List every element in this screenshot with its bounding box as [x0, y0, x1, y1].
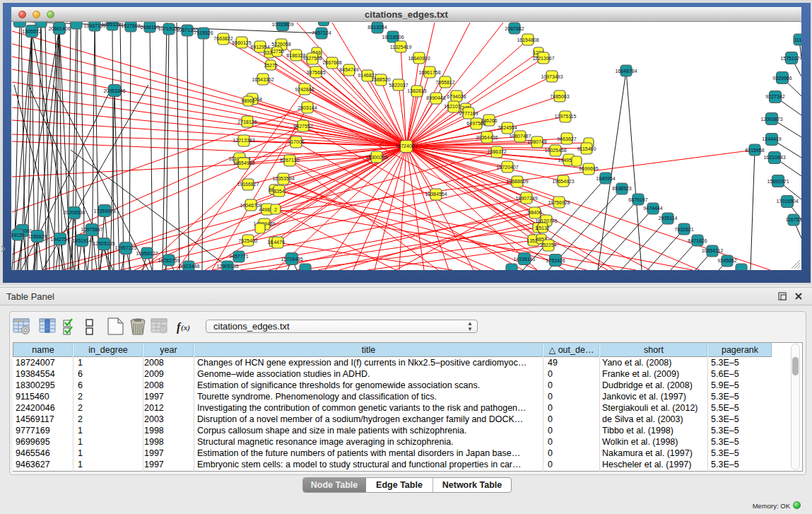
svg-text:3824554: 3824554: [498, 125, 517, 130]
svg-text:7857224: 7857224: [312, 30, 331, 35]
svg-text:8660125: 8660125: [232, 40, 251, 45]
svg-text:18724007: 18724007: [395, 144, 417, 148]
svg-text:10973493: 10973493: [541, 74, 563, 79]
svg-text:98961: 98961: [241, 98, 255, 103]
svg-text:9115460: 9115460: [577, 146, 596, 151]
svg-text:7632621: 7632621: [674, 227, 693, 232]
svg-text:16210643: 16210643: [763, 155, 785, 160]
svg-text:9242848: 9242848: [295, 87, 314, 92]
svg-text:19756928: 19756928: [548, 200, 570, 205]
svg-text:1244419: 1244419: [762, 136, 781, 141]
svg-text:1640954: 1640954: [596, 176, 615, 181]
svg-text:1527602: 1527602: [121, 23, 140, 28]
svg-text:2935114: 2935114: [659, 216, 678, 221]
svg-text:16648784: 16648784: [615, 69, 637, 74]
svg-text:15751074: 15751074: [780, 56, 801, 61]
svg-text:16543362: 16543362: [252, 77, 273, 82]
svg-text:19384554: 19384554: [425, 192, 447, 197]
svg-text:8938923: 8938923: [612, 186, 631, 191]
svg-text:98406: 98406: [528, 210, 542, 215]
svg-text:9457771: 9457771: [229, 254, 248, 259]
svg-text:14479: 14479: [271, 240, 285, 245]
svg-text:14136141: 14136141: [513, 257, 535, 262]
svg-text:2: 2: [274, 207, 277, 212]
svg-text:18300295: 18300295: [365, 155, 387, 160]
svg-text:15692971: 15692971: [767, 179, 789, 184]
svg-text:11325419: 11325419: [390, 45, 412, 49]
svg-text:15720407: 15720407: [496, 165, 518, 170]
svg-text:8454749: 8454749: [339, 67, 358, 72]
svg-text:116753: 116753: [786, 217, 801, 222]
svg-text:9327508: 9327508: [302, 56, 322, 61]
svg-text:35275: 35275: [264, 63, 278, 68]
svg-text:16782759: 16782759: [158, 258, 180, 263]
svg-text:1362615: 1362615: [407, 88, 426, 93]
svg-text:20053346: 20053346: [103, 88, 125, 93]
svg-text:9245652: 9245652: [717, 258, 736, 263]
svg-text:10654112: 10654112: [702, 248, 724, 253]
svg-text:9699695: 9699695: [579, 166, 598, 171]
svg-text:5226058: 5226058: [271, 42, 290, 47]
svg-text:8354: 8354: [273, 189, 285, 194]
svg-text:17016504: 17016504: [776, 199, 798, 204]
svg-text:1305572: 1305572: [22, 29, 41, 34]
svg-text:19166827: 19166827: [237, 182, 259, 187]
svg-text:16154808: 16154808: [517, 37, 539, 42]
svg-text:7515526: 7515526: [194, 30, 213, 35]
svg-text:8427552: 8427552: [293, 124, 312, 129]
svg-text:1080748: 1080748: [527, 139, 546, 144]
svg-text:6794028: 6794028: [447, 94, 466, 99]
svg-text:19654985: 19654985: [233, 160, 254, 165]
svg-text:12093873: 12093873: [760, 117, 782, 122]
svg-text:10807487: 10807487: [509, 134, 531, 139]
svg-text:18640910: 18640910: [408, 56, 430, 61]
svg-text:6879197: 6879197: [628, 197, 647, 202]
svg-text:8215958: 8215958: [745, 148, 764, 153]
svg-text:2867608: 2867608: [322, 60, 341, 65]
svg-text:1117: 1117: [794, 37, 801, 42]
svg-text:8471626: 8471626: [688, 238, 707, 243]
svg-text:10975887: 10975887: [81, 227, 102, 232]
svg-text:10958127: 10958127: [136, 251, 158, 256]
svg-text:20691406: 20691406: [48, 26, 70, 31]
svg-text:12905135: 12905135: [216, 264, 238, 269]
svg-text:9227342: 9227342: [765, 94, 784, 99]
svg-text:10653287: 10653287: [101, 22, 123, 27]
svg-text:10688609: 10688609: [506, 179, 528, 184]
svg-text:417006: 417006: [288, 139, 304, 144]
svg-text:19218506: 19218506: [382, 35, 404, 40]
svg-text:15716485: 15716485: [281, 257, 302, 262]
svg-text:39159: 39159: [11, 233, 25, 238]
svg-text:12213383: 12213383: [233, 138, 254, 143]
svg-text:16961758: 16961758: [418, 70, 440, 75]
svg-text:15132: 15132: [536, 226, 550, 230]
svg-text:17359928: 17359928: [93, 209, 115, 214]
svg-text:8813054: 8813054: [367, 25, 387, 30]
svg-text:20206536: 20206536: [63, 210, 85, 215]
svg-text:2803144: 2803144: [298, 105, 317, 110]
svg-text:9463627: 9463627: [557, 136, 576, 141]
svg-text:9329966: 9329966: [772, 76, 792, 81]
svg-text:11923448: 11923448: [178, 264, 200, 269]
svg-text:8990448: 8990448: [426, 95, 445, 100]
svg-text:6497568: 6497568: [466, 121, 486, 126]
svg-text:7625402: 7625402: [238, 238, 257, 243]
svg-text:12213967: 12213967: [532, 56, 554, 61]
svg-text:8267130: 8267130: [280, 158, 299, 163]
svg-text:2718126: 2718126: [237, 119, 257, 124]
svg-text:17957225: 17957225: [114, 245, 136, 250]
svg-text:9777169: 9777169: [459, 111, 478, 116]
svg-text:(x): (x): [181, 323, 190, 332]
svg-text:12353594: 12353594: [272, 176, 294, 181]
svg-text:7955812: 7955812: [435, 80, 454, 85]
svg-text:1588520: 1588520: [371, 77, 390, 82]
svg-text:10033809: 10033809: [271, 22, 293, 27]
svg-text:2087682: 2087682: [505, 26, 524, 31]
svg-text:19654923: 19654923: [552, 179, 574, 184]
svg-text:18907249: 18907249: [515, 196, 537, 201]
svg-text:20364436: 20364436: [476, 135, 498, 140]
svg-text:5822037: 5822037: [389, 83, 408, 88]
svg-text:1451914: 1451914: [72, 238, 91, 243]
svg-text:1753426: 1753426: [546, 258, 565, 263]
svg-text:12975115: 12975115: [555, 114, 577, 119]
